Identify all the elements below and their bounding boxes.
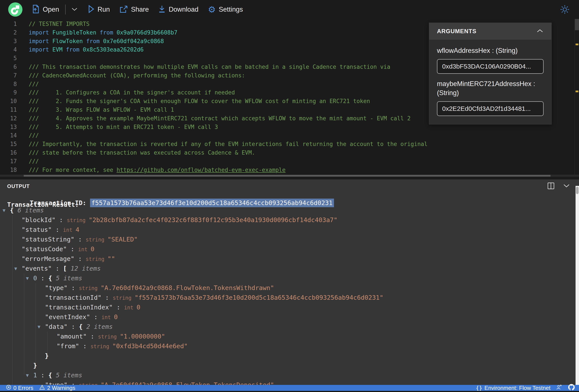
code-token: /// This transaction demonstrates how mu… xyxy=(29,64,390,70)
line-number: 6 xyxy=(4,63,17,71)
arguments-panel-header[interactable]: ARGUMENTS xyxy=(429,23,551,40)
json-row: ▼1 : { 5 items xyxy=(0,370,570,380)
json-row: ▼{ 6 items xyxy=(0,206,570,215)
json-segment-br: { xyxy=(79,323,86,330)
code-token: import xyxy=(29,38,53,44)
arguments-panel-body: wflowAddressHex : (String) maybeMintERC7… xyxy=(429,40,551,124)
json-segment-pl: : xyxy=(87,333,98,340)
json-row: "statusString" : string "SEALED" xyxy=(0,235,570,244)
code-token: /// 3. Wraps FLOW as WFLOW - EVM call 1 xyxy=(29,107,174,113)
open-dropdown-chevron[interactable] xyxy=(71,7,78,12)
collapse-toggle-icon[interactable]: ▼ xyxy=(2,206,10,215)
code-token: EVM xyxy=(53,46,66,53)
json-segment-br: { xyxy=(48,275,56,282)
json-segment-k: "statusCode" xyxy=(22,245,67,253)
code-token: 0x9a0766d93b6608b7 xyxy=(117,29,177,36)
line-number: 2 xyxy=(4,28,17,37)
settings-button[interactable]: ⚙ Settings xyxy=(208,5,243,14)
json-row: "errorMessage" : string "" xyxy=(0,254,570,264)
json-segment-sv: "f557a1573b76aa53e73d46f3e10d200d5c18a65… xyxy=(135,294,383,301)
share-icon xyxy=(119,5,128,14)
code-line[interactable]: /// Importantly, the transaction is reve… xyxy=(29,140,573,149)
json-segment-ty: string xyxy=(98,334,120,340)
editor-horizontal-scrollbar-thumb[interactable] xyxy=(24,175,551,177)
json-segment-ty: string xyxy=(86,237,108,243)
editor-vertical-scrollbar[interactable] xyxy=(575,19,579,175)
json-segment-sv: 0 xyxy=(91,245,94,253)
open-button[interactable]: Open xyxy=(32,5,59,14)
run-button[interactable]: Run xyxy=(88,5,110,14)
json-segment-pl: : xyxy=(37,275,48,282)
json-segment-sv: "1.00000000" xyxy=(120,333,165,340)
json-segment-pl: : xyxy=(37,372,48,379)
flow-logo-icon xyxy=(8,2,22,17)
code-line[interactable]: /// For more context, see https://github… xyxy=(29,166,573,174)
download-button[interactable]: Download xyxy=(158,5,198,14)
code-token: import xyxy=(29,46,53,53)
line-number: 15 xyxy=(4,140,17,149)
json-segment-pl: : xyxy=(90,313,101,321)
collapse-toggle-icon[interactable]: ▼ xyxy=(26,274,33,283)
code-line[interactable]: /// xyxy=(29,157,573,166)
editor-horizontal-scrollbar[interactable] xyxy=(0,175,579,177)
json-segment-it: 6 items xyxy=(17,207,44,214)
run-play-icon xyxy=(88,5,95,14)
argument-label-wflowAddressHex: wflowAddressHex : (String) xyxy=(437,46,544,55)
overview-warning-marker xyxy=(576,91,578,92)
json-segment-k: "transactionIndex" xyxy=(45,304,113,311)
json-segment-k: "errorMessage" xyxy=(22,255,74,262)
json-segment-pl: : xyxy=(74,255,85,262)
json-segment-k: "type" xyxy=(45,284,68,291)
json-segment-k: "events" xyxy=(22,265,52,272)
errors-count-label: 0 Errors xyxy=(13,385,33,391)
open-label: Open xyxy=(43,6,59,13)
share-label: Share xyxy=(131,6,149,13)
json-segment-idx: 1 xyxy=(33,372,37,379)
code-token: 0x8c5303eaa26202d6 xyxy=(83,46,144,53)
line-number: 3 xyxy=(4,37,17,46)
code-token: /// state before the transaction was exe… xyxy=(29,149,255,156)
json-row: "transactionId" : string "f557a1573b76aa… xyxy=(0,293,570,302)
feedback-person-icon[interactable] xyxy=(556,385,563,392)
json-segment-k: "eventIndex" xyxy=(45,313,90,321)
json-segment-br: } xyxy=(33,362,37,369)
json-segment-it: 5 items xyxy=(56,372,82,379)
errors-indicator[interactable]: 0 Errors xyxy=(6,385,33,391)
status-bar: 0 Errors 2 Warnings {} Environment: Flow… xyxy=(0,385,579,391)
json-row: } xyxy=(0,361,570,370)
collapse-toggle-icon[interactable]: ▼ xyxy=(38,322,45,332)
collapse-toggle-icon[interactable]: ▼ xyxy=(26,370,33,380)
json-row: "transactionIndex" : int 0 xyxy=(0,302,570,312)
output-scrollbar[interactable] xyxy=(576,186,579,385)
environment-indicator[interactable]: {} Environment: Flow Testnet xyxy=(476,385,551,391)
code-line[interactable]: /// xyxy=(29,131,573,140)
split-panel-icon[interactable] xyxy=(547,181,555,191)
theme-toggle-sun-icon[interactable] xyxy=(560,5,570,15)
code-line[interactable]: /// state before the transaction was exe… xyxy=(29,149,573,157)
json-segment-pl: : xyxy=(74,236,85,243)
warning-triangle-icon xyxy=(39,385,45,391)
github-icon[interactable] xyxy=(568,384,575,392)
warnings-indicator[interactable]: 2 Warnings xyxy=(39,385,75,391)
json-segment-br: { xyxy=(48,372,56,379)
argument-input-maybeMintERC721AddressHex[interactable] xyxy=(437,101,544,116)
json-segment-pl: : xyxy=(52,265,63,272)
collapse-toggle-icon[interactable]: ▼ xyxy=(14,264,22,274)
editor-vertical-scrollbar-thumb[interactable] xyxy=(575,19,579,30)
output-scrollbar-thumb[interactable] xyxy=(576,187,579,194)
collapse-output-chevron-down-icon[interactable] xyxy=(563,183,570,189)
collapse-chevron-up-icon[interactable] xyxy=(536,29,544,34)
run-label: Run xyxy=(98,6,110,13)
editor-gutter: 123456789101112131415161718 xyxy=(4,20,17,174)
json-segment-pl: : xyxy=(68,323,79,330)
json-segment-br: } xyxy=(45,352,49,359)
argument-input-wflowAddressHex[interactable] xyxy=(437,59,544,74)
argument-label-maybeMintERC721AddressHex: maybeMintERC721AddressHex : (String) xyxy=(437,79,544,98)
line-number: 8 xyxy=(4,80,17,89)
line-number: 4 xyxy=(4,46,17,54)
json-segment-k: "blockId" xyxy=(22,216,56,224)
code-link[interactable]: https://github.com/onflow/batched-evm-ex… xyxy=(117,167,286,173)
share-button[interactable]: Share xyxy=(119,5,149,14)
braces-icon: {} xyxy=(476,385,482,391)
json-row: "statusCode" : int 0 xyxy=(0,244,570,254)
